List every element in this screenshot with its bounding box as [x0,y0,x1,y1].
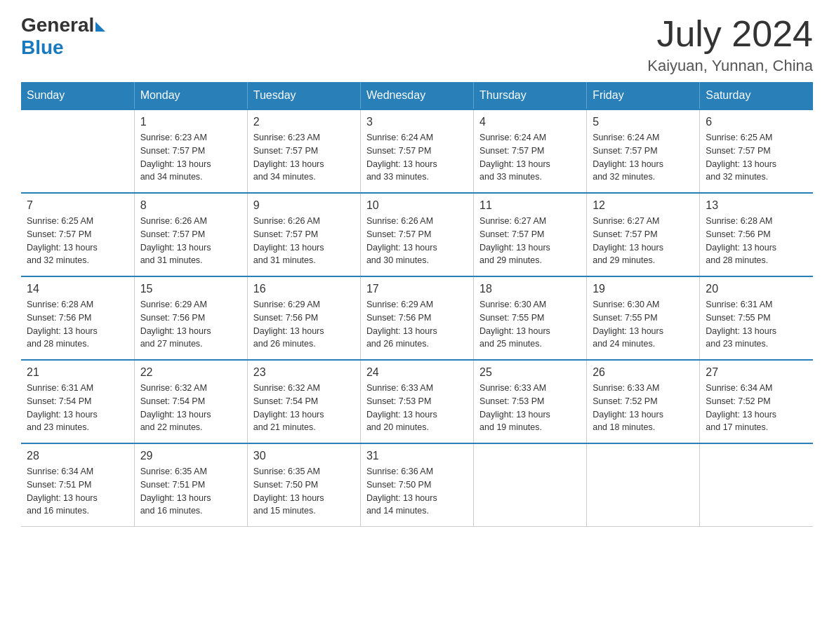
calendar-header: SundayMondayTuesdayWednesdayThursdayFrid… [21,82,813,109]
day-number: 3 [366,116,468,128]
day-header-row: SundayMondayTuesdayWednesdayThursdayFrid… [21,82,813,109]
day-info: Sunrise: 6:32 AM Sunset: 7:54 PM Dayligh… [253,382,355,434]
calendar-cell: 27Sunrise: 6:34 AM Sunset: 7:52 PM Dayli… [700,360,813,443]
calendar-cell [474,443,587,527]
day-number: 26 [593,366,694,379]
day-info: Sunrise: 6:32 AM Sunset: 7:54 PM Dayligh… [140,382,241,434]
calendar-cell [587,443,700,527]
day-header-sunday: Sunday [21,82,134,109]
day-info: Sunrise: 6:30 AM Sunset: 7:55 PM Dayligh… [479,298,581,351]
location-subtitle: Kaiyuan, Yunnan, China [647,57,813,75]
calendar-cell: 17Sunrise: 6:29 AM Sunset: 7:56 PM Dayli… [360,276,473,360]
calendar-cell: 15Sunrise: 6:29 AM Sunset: 7:56 PM Dayli… [134,276,247,360]
calendar-cell: 19Sunrise: 6:30 AM Sunset: 7:55 PM Dayli… [587,276,700,360]
day-info: Sunrise: 6:29 AM Sunset: 7:56 PM Dayligh… [366,298,468,351]
day-info: Sunrise: 6:24 AM Sunset: 7:57 PM Dayligh… [366,131,468,184]
day-info: Sunrise: 6:26 AM Sunset: 7:57 PM Dayligh… [366,215,468,267]
calendar-cell: 22Sunrise: 6:32 AM Sunset: 7:54 PM Dayli… [134,360,247,443]
calendar-cell: 3Sunrise: 6:24 AM Sunset: 7:57 PM Daylig… [360,109,473,193]
day-info: Sunrise: 6:33 AM Sunset: 7:53 PM Dayligh… [479,382,581,434]
calendar-cell: 26Sunrise: 6:33 AM Sunset: 7:52 PM Dayli… [587,360,700,443]
calendar-cell: 13Sunrise: 6:28 AM Sunset: 7:56 PM Dayli… [700,193,813,276]
calendar-cell: 31Sunrise: 6:36 AM Sunset: 7:50 PM Dayli… [360,443,473,527]
title-block: July 2024 Kaiyuan, Yunnan, China [647,14,813,75]
day-number: 15 [140,283,241,295]
day-info: Sunrise: 6:26 AM Sunset: 7:57 PM Dayligh… [140,215,241,267]
day-info: Sunrise: 6:30 AM Sunset: 7:55 PM Dayligh… [593,298,694,351]
day-info: Sunrise: 6:35 AM Sunset: 7:50 PM Dayligh… [253,465,355,518]
day-info: Sunrise: 6:24 AM Sunset: 7:57 PM Dayligh… [479,131,581,184]
day-number: 29 [140,450,241,462]
calendar-cell: 1Sunrise: 6:23 AM Sunset: 7:57 PM Daylig… [134,109,247,193]
day-number: 6 [706,116,807,128]
day-header-friday: Friday [587,82,700,109]
calendar-cell: 20Sunrise: 6:31 AM Sunset: 7:55 PM Dayli… [700,276,813,360]
calendar-cell: 25Sunrise: 6:33 AM Sunset: 7:53 PM Dayli… [474,360,587,443]
day-number: 27 [706,366,807,379]
calendar-cell [700,443,813,527]
day-info: Sunrise: 6:34 AM Sunset: 7:52 PM Dayligh… [706,382,807,434]
calendar-table: SundayMondayTuesdayWednesdayThursdayFrid… [21,82,813,527]
day-info: Sunrise: 6:31 AM Sunset: 7:54 PM Dayligh… [27,382,128,434]
day-number: 4 [479,116,581,128]
day-info: Sunrise: 6:27 AM Sunset: 7:57 PM Dayligh… [479,215,581,267]
calendar-week-1: 1Sunrise: 6:23 AM Sunset: 7:57 PM Daylig… [21,109,813,193]
calendar-cell: 16Sunrise: 6:29 AM Sunset: 7:56 PM Dayli… [247,276,360,360]
day-info: Sunrise: 6:29 AM Sunset: 7:56 PM Dayligh… [253,298,355,351]
day-number: 28 [27,450,128,462]
day-number: 2 [253,116,355,128]
day-info: Sunrise: 6:24 AM Sunset: 7:57 PM Dayligh… [593,131,694,184]
day-info: Sunrise: 6:23 AM Sunset: 7:57 PM Dayligh… [140,131,241,184]
day-info: Sunrise: 6:28 AM Sunset: 7:56 PM Dayligh… [27,298,128,351]
calendar-cell: 4Sunrise: 6:24 AM Sunset: 7:57 PM Daylig… [474,109,587,193]
logo: General Blue [21,14,105,59]
calendar-week-5: 28Sunrise: 6:34 AM Sunset: 7:51 PM Dayli… [21,443,813,527]
day-number: 9 [253,199,355,212]
calendar-cell: 5Sunrise: 6:24 AM Sunset: 7:57 PM Daylig… [587,109,700,193]
day-number: 23 [253,366,355,379]
calendar-cell: 23Sunrise: 6:32 AM Sunset: 7:54 PM Dayli… [247,360,360,443]
calendar-cell [21,109,134,193]
day-info: Sunrise: 6:34 AM Sunset: 7:51 PM Dayligh… [27,465,128,518]
day-number: 24 [366,366,468,379]
day-number: 14 [27,283,128,295]
day-info: Sunrise: 6:31 AM Sunset: 7:55 PM Dayligh… [706,298,807,351]
calendar-cell: 12Sunrise: 6:27 AM Sunset: 7:57 PM Dayli… [587,193,700,276]
day-header-thursday: Thursday [474,82,587,109]
calendar-cell: 18Sunrise: 6:30 AM Sunset: 7:55 PM Dayli… [474,276,587,360]
day-header-wednesday: Wednesday [360,82,473,109]
day-info: Sunrise: 6:35 AM Sunset: 7:51 PM Dayligh… [140,465,241,518]
page-header: General Blue July 2024 Kaiyuan, Yunnan, … [21,14,813,75]
day-info: Sunrise: 6:33 AM Sunset: 7:53 PM Dayligh… [366,382,468,434]
day-number: 12 [593,199,694,212]
day-info: Sunrise: 6:36 AM Sunset: 7:50 PM Dayligh… [366,465,468,518]
day-number: 8 [140,199,241,212]
day-number: 20 [706,283,807,295]
day-info: Sunrise: 6:25 AM Sunset: 7:57 PM Dayligh… [706,131,807,184]
day-info: Sunrise: 6:27 AM Sunset: 7:57 PM Dayligh… [593,215,694,267]
day-number: 25 [479,366,581,379]
day-info: Sunrise: 6:29 AM Sunset: 7:56 PM Dayligh… [140,298,241,351]
day-info: Sunrise: 6:26 AM Sunset: 7:57 PM Dayligh… [253,215,355,267]
day-number: 1 [140,116,241,128]
day-number: 7 [27,199,128,212]
day-info: Sunrise: 6:23 AM Sunset: 7:57 PM Dayligh… [253,131,355,184]
calendar-cell: 29Sunrise: 6:35 AM Sunset: 7:51 PM Dayli… [134,443,247,527]
logo-general-text: General [21,14,94,36]
day-number: 22 [140,366,241,379]
day-number: 30 [253,450,355,462]
logo-blue-text: Blue [21,36,64,59]
calendar-cell: 14Sunrise: 6:28 AM Sunset: 7:56 PM Dayli… [21,276,134,360]
calendar-cell: 10Sunrise: 6:26 AM Sunset: 7:57 PM Dayli… [360,193,473,276]
calendar-week-3: 14Sunrise: 6:28 AM Sunset: 7:56 PM Dayli… [21,276,813,360]
calendar-week-2: 7Sunrise: 6:25 AM Sunset: 7:57 PM Daylig… [21,193,813,276]
day-header-tuesday: Tuesday [247,82,360,109]
calendar-cell: 2Sunrise: 6:23 AM Sunset: 7:57 PM Daylig… [247,109,360,193]
day-number: 31 [366,450,468,462]
calendar-cell: 11Sunrise: 6:27 AM Sunset: 7:57 PM Dayli… [474,193,587,276]
day-info: Sunrise: 6:25 AM Sunset: 7:57 PM Dayligh… [27,215,128,267]
calendar-cell: 30Sunrise: 6:35 AM Sunset: 7:50 PM Dayli… [247,443,360,527]
day-number: 18 [479,283,581,295]
calendar-cell: 28Sunrise: 6:34 AM Sunset: 7:51 PM Dayli… [21,443,134,527]
day-info: Sunrise: 6:33 AM Sunset: 7:52 PM Dayligh… [593,382,694,434]
